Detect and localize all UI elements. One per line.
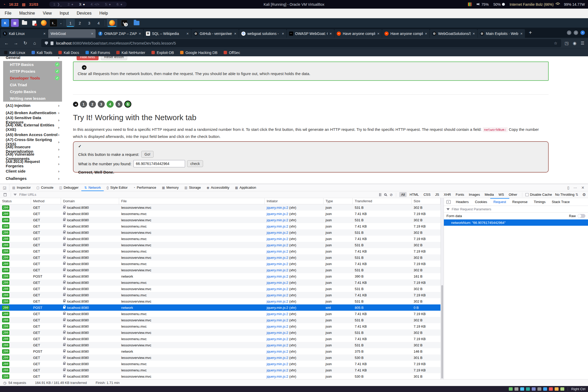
browser-tab[interactable]: OWASP WebGoat: G × xyxy=(287,29,334,38)
network-settings-icon[interactable]: ⚙ xyxy=(583,192,586,197)
keyboard-layout-icon[interactable] xyxy=(468,2,472,7)
sidebar-item[interactable]: General › xyxy=(3,56,62,61)
firefox-launcher-icon[interactable] xyxy=(40,19,48,27)
vm-status-icon[interactable] xyxy=(555,387,559,391)
initiator-link[interactable]: jquery.min.js:2 xyxy=(267,299,288,303)
disable-cache-checkbox[interactable] xyxy=(525,193,529,196)
initiator-link[interactable]: jquery.min.js:2 xyxy=(267,231,288,235)
type-filter-button[interactable]: Media xyxy=(483,192,495,197)
responsive-mode-icon[interactable]: ▯ xyxy=(567,186,569,190)
sidebar-item[interactable]: (A8:2013) Request Forgeries › xyxy=(3,160,62,167)
initiator-link[interactable]: jquery.min.js:2 xyxy=(267,218,288,222)
type-filter-button[interactable]: CSS xyxy=(422,192,432,197)
initiator-link[interactable]: jquery.min.js:2 xyxy=(267,243,288,247)
sidebar-item[interactable]: (A9) Vulnerable Components › xyxy=(3,153,62,160)
column-transferred[interactable]: Transferred xyxy=(353,198,412,204)
table-row[interactable]: 200 GET localhost:8080 lessonmenu.mvc jq… xyxy=(0,223,440,229)
browser-tab[interactable]: Kali Linux × xyxy=(1,29,48,38)
vm-status-icon[interactable] xyxy=(543,387,547,391)
tab-close-icon[interactable]: × xyxy=(186,31,189,36)
initiator-link[interactable]: jquery.min.js:2 xyxy=(267,375,288,378)
initiator-link[interactable]: jquery.min.js:2 xyxy=(267,293,288,297)
launcher-dropdown-icon[interactable]: ⌄ xyxy=(60,21,62,25)
initiator-link[interactable]: jquery.min.js:2 xyxy=(267,268,288,272)
workspace-slot[interactable]: 3: ● xyxy=(79,2,85,6)
column-status[interactable]: Status xyxy=(0,198,31,204)
bookmark-item[interactable]: Exploit-DB xyxy=(151,51,174,55)
bookmark-item[interactable]: Kali Forums xyxy=(85,51,110,55)
table-row[interactable]: 200 GET localhost:8080 lessonoverview.mv… xyxy=(0,267,440,273)
terminal-launcher-icon[interactable]: $_ xyxy=(50,19,57,27)
bookmark-item[interactable]: Kali Docs xyxy=(58,51,79,55)
menubar-item[interactable]: File xyxy=(5,11,11,16)
sidebar-item[interactable]: (A1) Injection › xyxy=(3,102,62,109)
reload-icon[interactable]: ↻ xyxy=(22,40,28,46)
detail-tab[interactable]: Request xyxy=(490,198,509,206)
volume-icon[interactable] xyxy=(477,3,480,6)
initiator-link[interactable]: jquery.min.js:2 xyxy=(267,281,288,285)
workspace-slot[interactable]: 1: ❯_ xyxy=(53,2,62,6)
initiator-link[interactable]: jquery.min.js:2 xyxy=(267,256,288,260)
workspace-button[interactable]: 3 xyxy=(85,19,94,27)
page-number-button[interactable]: 2 xyxy=(89,101,96,108)
initiator-link[interactable]: jquery.min.js:2 xyxy=(267,212,288,216)
table-row[interactable]: 200 GET localhost:8080 lessonmenu.mvc jq… xyxy=(0,279,440,286)
taskbar-firefox-window[interactable] xyxy=(107,19,117,27)
sidebar-item[interactable]: HTTP Proxies ✓ xyxy=(3,68,62,75)
table-row[interactable]: 200 GET localhost:8080 lessonoverview.mv… xyxy=(0,354,440,361)
initiator-link[interactable]: jquery.min.js:2 xyxy=(267,306,288,310)
initiator-link[interactable]: jquery.min.js:2 xyxy=(267,324,288,328)
sidebar-item[interactable]: Client side › xyxy=(3,167,62,175)
taskbar-files-window[interactable] xyxy=(131,19,142,27)
column-file[interactable]: File xyxy=(119,198,265,204)
table-row[interactable]: 200 GET localhost:8080 lessonmenu.mvc jq… xyxy=(0,323,440,329)
table-row[interactable]: 200 GET localhost:8080 lessonoverview.mv… xyxy=(0,317,440,323)
type-filter-button[interactable]: HTML xyxy=(408,192,420,197)
sidebar-item[interactable]: (A8) Insecure Deserialization › xyxy=(3,145,62,153)
form-data-param[interactable]: networkNum: "66.90761745442964" xyxy=(444,219,588,226)
menubar-item[interactable]: Devices xyxy=(77,11,91,16)
bookmark-item[interactable]: Google Hacking DB xyxy=(180,51,217,55)
reset-lesson-button[interactable]: Reset lesson xyxy=(101,56,127,60)
table-row[interactable]: 200 POST localhost:8080 network jquery.m… xyxy=(0,348,440,354)
tab-close-icon[interactable]: × xyxy=(520,31,523,36)
bookmark-item[interactable]: OffSec xyxy=(224,51,240,55)
site-info-icon[interactable] xyxy=(51,41,53,45)
initiator-link[interactable]: jquery.min.js:2 xyxy=(267,368,288,372)
sidebar-item[interactable]: Challenges › xyxy=(3,175,62,182)
app-launcher-icon[interactable]: ▦ xyxy=(11,19,19,27)
workspace-slot[interactable]: 5: ● xyxy=(105,2,111,6)
filter-params-input[interactable]: Filter Request Parameters xyxy=(452,207,491,211)
initiator-link[interactable]: jquery.min.js:2 xyxy=(267,343,288,347)
initiator-link[interactable]: jquery.min.js:2 xyxy=(267,224,288,228)
type-filter-button[interactable]: XHR xyxy=(442,192,453,197)
browser-tab[interactable]: OWASP ZAP – ZAP i × xyxy=(96,29,144,38)
sidebar-item[interactable]: Crypto Basics xyxy=(3,88,62,95)
tracking-protection-icon[interactable] xyxy=(45,41,48,45)
scrollbar-thumb[interactable] xyxy=(441,285,443,378)
devtools-tab[interactable]: ◉ Accessibility xyxy=(204,184,232,191)
type-filter-button[interactable]: All xyxy=(399,192,407,197)
workspace-button[interactable]: 2 xyxy=(75,19,84,27)
table-row[interactable]: 200 POST localhost:8080 network jquery.m… xyxy=(0,273,440,279)
type-filter-button[interactable]: Other xyxy=(507,192,519,197)
detail-tab[interactable]: Timings xyxy=(531,198,549,206)
table-row[interactable]: 200 GET localhost:8080 lessonoverview.mv… xyxy=(0,242,440,248)
vm-status-icon[interactable] xyxy=(509,387,513,391)
table-row[interactable]: 200 GET localhost:8080 lessonoverview.mv… xyxy=(0,298,440,304)
table-row[interactable]: 200 GET localhost:8080 lessonoverview.mv… xyxy=(0,286,440,292)
file-manager-icon[interactable] xyxy=(21,19,28,27)
devtools-tab[interactable]: ◫ Debugger xyxy=(56,184,81,191)
maximize-button[interactable]: □ xyxy=(574,30,578,35)
devtools-tab[interactable]: ▢ Console xyxy=(34,184,56,191)
sidebar-item[interactable]: (A3) Sensitive Data Exposure › xyxy=(3,116,62,124)
table-row[interactable]: 200 GET localhost:8080 lessonmenu.mvc jq… xyxy=(0,248,440,254)
tab-close-icon[interactable]: × xyxy=(329,31,332,36)
filter-params-row[interactable]: Filter Request Parameters xyxy=(444,206,588,213)
tab-close-icon[interactable]: × xyxy=(425,31,427,36)
table-row[interactable]: 200 GET localhost:8080 lessonoverview.mv… xyxy=(0,329,440,336)
table-row[interactable]: 200 GET localhost:8080 lessonmenu.mvc jq… xyxy=(0,361,440,367)
sidebar-item[interactable]: (A7) Cross-Site Scripting (XSS) › xyxy=(3,138,62,145)
devtools-close-icon[interactable]: ✕ xyxy=(581,186,584,190)
block-request-icon[interactable]: ⊘ xyxy=(390,193,393,197)
